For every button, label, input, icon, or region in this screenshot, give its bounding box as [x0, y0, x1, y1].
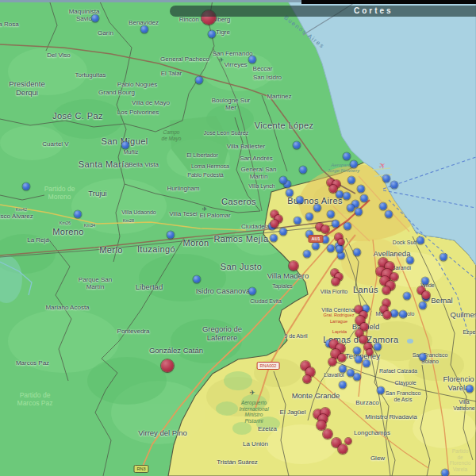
overlays-layer: RN3RNA002AU1 [0, 0, 476, 476]
route-shield-rn3: RN3 [133, 465, 148, 473]
top-strip-right [301, 0, 476, 4]
cortes-header-title: Cortes [354, 6, 393, 17]
top-strip-left [0, 0, 301, 2]
cortes-header-bar[interactable]: Cortes [170, 6, 476, 17]
route-shield-rna002: RNA002 [257, 362, 280, 370]
route-shield-au1: AU1 [308, 235, 323, 243]
map-canvas[interactable]: a RosaMaquinista SavioBenavídezGarínDel … [0, 0, 476, 476]
